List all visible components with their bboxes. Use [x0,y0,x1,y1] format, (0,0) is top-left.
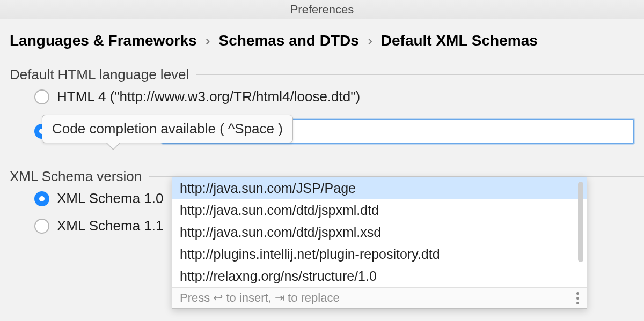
completion-item[interactable]: http://relaxng.org/ns/structure/1.0 [172,265,587,287]
completion-footer: Press ↩ to insert, ⇥ to replace [172,287,587,308]
scrollbar[interactable] [578,182,583,262]
breadcrumb-item[interactable]: Languages & Frameworks [10,32,197,49]
radio-html4-label: HTML 4 ("http://www.w3.org/TR/html4/loos… [57,88,360,105]
radio-xml10-label: XML Schema 1.0 [57,190,163,207]
chevron-right-icon: › [201,32,214,49]
completion-item[interactable]: http://plugins.intellij.net/plugin-repos… [172,243,587,265]
completion-item[interactable]: http://java.sun.com/JSP/Page [172,177,587,199]
divider [196,74,644,75]
radio-xml11[interactable] [34,219,49,234]
tooltip-text: Code completion available ( ^Space ) [52,121,283,137]
completion-item[interactable]: http://java.sun.com/dtd/jspxml.xsd [172,221,587,243]
radio-xml10[interactable] [34,191,49,206]
breadcrumb-item[interactable]: Schemas and DTDs [218,32,358,49]
code-completion-tooltip: Code completion available ( ^Space ) [42,115,293,143]
completion-popup[interactable]: http://java.sun.com/JSP/Page http://java… [172,177,587,309]
completion-hint: Press ↩ to insert, ⇥ to replace [180,291,340,305]
breadcrumb-item[interactable]: Default XML Schemas [381,32,538,49]
group-title: Default HTML language level [10,66,189,83]
window-titlebar: Preferences [0,0,644,19]
chevron-right-icon: › [363,32,377,49]
completion-item[interactable]: http://java.sun.com/dtd/jspxml.dtd [172,199,587,221]
radio-html4[interactable] [34,89,49,104]
more-icon[interactable] [576,292,579,304]
radio-xml11-label: XML Schema 1.1 [57,218,163,234]
radio-html4-row[interactable]: HTML 4 ("http://www.w3.org/TR/html4/loos… [0,83,644,110]
window-title: Preferences [290,3,354,16]
breadcrumb: Languages & Frameworks › Schemas and DTD… [0,19,644,56]
group-title: XML Schema version [10,168,142,185]
